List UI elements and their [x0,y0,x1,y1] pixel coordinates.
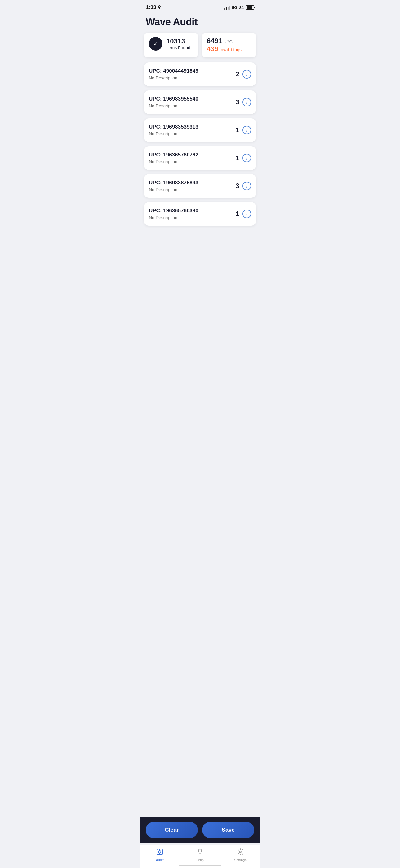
item-right: 2 i [236,70,251,79]
upc-card: 6491 UPC 439 Invalid tags [202,33,256,57]
info-icon[interactable]: i [242,98,251,106]
item-info: UPC: 196365760762 No Description [149,152,236,164]
item-description: No Description [149,75,236,81]
item-upc: UPC: 196983875893 [149,180,236,186]
signal-bar-1 [225,8,226,10]
network-label: 5G [232,5,237,10]
item-right: 1 i [236,154,251,162]
info-icon[interactable]: i [242,182,251,190]
status-bar: 1:33 5G 84 [139,0,261,13]
items-found-count: 10313 [166,37,190,45]
battery-icon [245,5,254,10]
item-count: 1 [236,154,239,162]
upc-count: 6491 [207,37,222,45]
item-count: 3 [236,98,239,106]
status-icons: 5G 84 [225,5,254,10]
upc-label-text: UPC [223,39,233,44]
item-info: UPC: 196983955540 No Description [149,96,236,108]
signal-bars [225,5,230,10]
item-description: No Description [149,187,236,192]
item-count: 2 [236,70,239,78]
info-icon[interactable]: i [242,154,251,162]
item-card: UPC: 196365760380 No Description 1 i [144,202,256,226]
item-description: No Description [149,103,236,108]
item-description: No Description [149,131,236,136]
item-info: UPC: 196983875893 No Description [149,180,236,192]
item-description: No Description [149,215,236,220]
info-icon[interactable]: i [242,126,251,134]
item-upc: UPC: 490044491849 [149,68,236,74]
location-icon [158,5,161,10]
item-description: No Description [149,159,236,164]
signal-bar-2 [226,7,227,10]
invalid-count: 439 [207,45,218,53]
item-right: 1 i [236,210,251,218]
status-time: 1:33 [146,4,161,10]
item-info: UPC: 490044491849 No Description [149,68,236,81]
invalid-row: 439 Invalid tags [207,45,251,53]
items-found-content: ✓ 10313 Items Found [149,37,193,51]
item-upc: UPC: 196983955540 [149,96,236,102]
items-found-text: 10313 Items Found [166,37,190,50]
item-count: 1 [236,210,239,218]
item-card: UPC: 196365760762 No Description 1 i [144,146,256,170]
stats-row: ✓ 10313 Items Found 6491 UPC 439 Invalid… [139,33,261,62]
item-right: 3 i [236,98,251,106]
items-found-label: Items Found [166,45,190,50]
item-count: 1 [236,126,239,134]
info-icon[interactable]: i [242,70,251,79]
upc-content: 6491 UPC 439 Invalid tags [207,37,251,53]
checkmark-icon: ✓ [153,41,159,47]
item-info: UPC: 196365760380 No Description [149,208,236,220]
battery-fill [246,6,252,9]
item-upc: UPC: 196365760762 [149,152,236,158]
item-right: 3 i [236,182,251,190]
item-card: UPC: 196983539313 No Description 1 i [144,118,256,142]
signal-bar-3 [228,6,229,10]
check-circle: ✓ [149,37,163,51]
invalid-label-text: Invalid tags [220,47,241,52]
signal-bar-4 [229,6,230,10]
battery-percentage: 84 [239,5,244,10]
items-found-card: ✓ 10313 Items Found [144,33,198,57]
item-card: UPC: 490044491849 No Description 2 i [144,62,256,86]
item-upc: UPC: 196983539313 [149,124,236,130]
item-card: UPC: 196983875893 No Description 3 i [144,174,256,198]
item-card: UPC: 196983955540 No Description 3 i [144,90,256,114]
item-info: UPC: 196983539313 No Description [149,124,236,136]
page-header: Wave Audit [139,13,261,33]
item-upc: UPC: 196365760380 [149,208,236,214]
upc-row: 6491 UPC [207,37,251,45]
page-title: Wave Audit [146,16,254,28]
item-list: UPC: 490044491849 No Description 2 i UPC… [139,62,261,269]
info-icon[interactable]: i [242,210,251,218]
item-right: 1 i [236,126,251,134]
item-count: 3 [236,182,239,190]
